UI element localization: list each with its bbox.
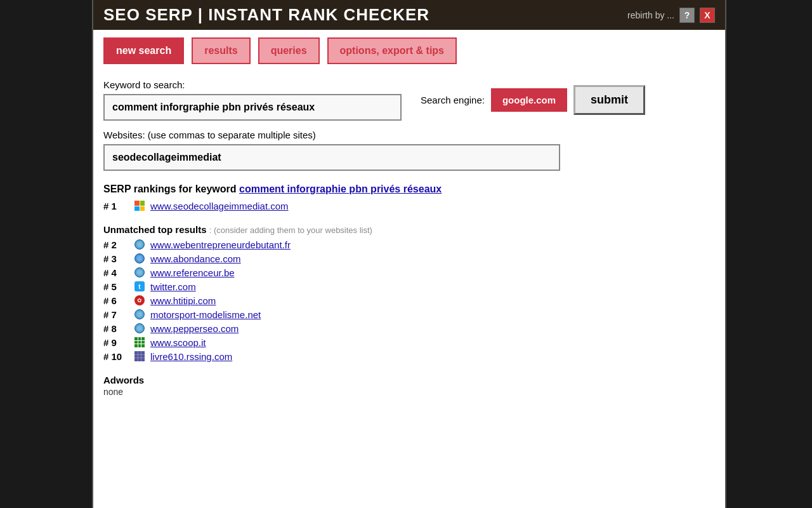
rank-num-10: # 10 [103, 351, 129, 362]
options-button[interactable]: options, export & tips [327, 37, 457, 64]
help-button[interactable]: ? [679, 8, 695, 23]
favicon-7 [134, 309, 145, 320]
favicon-1 [134, 200, 145, 211]
keyword-label: Keyword to search: [103, 79, 402, 90]
submit-button[interactable]: submit [573, 85, 645, 115]
rank-num-8: # 8 [103, 323, 129, 334]
unmatched-sub: : (consider adding them to your websites… [209, 225, 372, 235]
favicon-4 [134, 267, 145, 278]
unmatched-result-6: # 6 ✿ www.htitipi.com [103, 295, 715, 306]
close-button[interactable]: X [700, 8, 715, 23]
favicon-10 [134, 351, 145, 362]
rank-num-4: # 4 [103, 267, 129, 278]
unmatched-heading: Unmatched top results : (consider adding… [103, 224, 715, 235]
adwords-title: Adwords [103, 375, 715, 385]
unmatched-title: Unmatched top results [103, 224, 207, 235]
favicon-3 [134, 253, 145, 264]
unmatched-result-3: # 3 www.abondance.com [103, 253, 715, 264]
rank-link-1[interactable]: www.seodecollageimmediat.com [150, 201, 289, 211]
content-area: Keyword to search: Search engine: google… [93, 72, 725, 410]
unmatched-result-9: # 9 www.scoop.it [103, 337, 715, 348]
favicon-6: ✿ [134, 295, 145, 306]
rank-num-6: # 6 [103, 295, 129, 306]
rank-link-8[interactable]: www.pepperseo.com [150, 323, 239, 334]
rank-num-3: # 3 [103, 253, 129, 264]
rank-link-9[interactable]: www.scoop.it [150, 337, 206, 348]
rank-num-9: # 9 [103, 337, 129, 348]
app-title: SEO SERP | INSTANT RANK CHECKER [103, 5, 429, 25]
rank-link-2[interactable]: www.webentrepreneurdebutant.fr [150, 239, 291, 250]
queries-button[interactable]: queries [258, 37, 320, 64]
rank-link-6[interactable]: www.htitipi.com [150, 295, 216, 306]
main-window: SEO SERP | INSTANT RANK CHECKER rebirth … [92, 0, 726, 508]
rank-link-3[interactable]: www.abondance.com [150, 253, 241, 264]
search-engine-button[interactable]: google.com [491, 88, 567, 112]
serp-heading-bold: SERP rankings [103, 184, 179, 194]
unmatched-result-7: # 7 motorsport-modelisme.net [103, 309, 715, 320]
adwords-value: none [103, 387, 715, 397]
unmatched-result-2: # 2 www.webentrepreneurdebutant.fr [103, 239, 715, 250]
keyword-input[interactable] [103, 94, 402, 121]
rank-num-1: # 1 [103, 201, 129, 211]
app-header: SEO SERP | INSTANT RANK CHECKER rebirth … [93, 0, 725, 30]
matched-result-1: # 1 www.seodecollageimmediat.com [103, 200, 715, 211]
search-engine-wrap: Search engine: google.com submit [421, 85, 645, 115]
favicon-8 [134, 323, 145, 334]
rank-link-10[interactable]: livre610.rssing.com [150, 351, 232, 362]
rank-link-5[interactable]: twitter.com [150, 281, 196, 292]
header-controls: rebirth by ... ? X [627, 8, 715, 23]
toolbar: new search results queries options, expo… [93, 30, 725, 72]
unmatched-section: Unmatched top results : (consider adding… [103, 224, 715, 362]
favicon-5: t [134, 281, 145, 292]
search-engine-label: Search engine: [421, 95, 485, 105]
websites-wrap: Websites: (use commas to separate multip… [103, 130, 715, 171]
rebirth-label: rebirth by ... [627, 10, 674, 20]
unmatched-result-4: # 4 www.referenceur.be [103, 267, 715, 278]
rank-link-7[interactable]: motorsport-modelisme.net [150, 309, 261, 320]
serp-heading: SERP rankings for keyword comment inforg… [103, 184, 715, 195]
favicon-2 [134, 239, 145, 250]
new-search-button[interactable]: new search [103, 37, 184, 64]
keyword-row: Keyword to search: Search engine: google… [103, 79, 715, 121]
rank-num-2: # 2 [103, 239, 129, 250]
unmatched-result-8: # 8 www.pepperseo.com [103, 323, 715, 334]
unmatched-result-5: # 5 t twitter.com [103, 281, 715, 292]
outer-wrapper: SEO SERP | INSTANT RANK CHECKER rebirth … [0, 0, 812, 508]
adwords-section: Adwords none [103, 375, 715, 397]
keyword-input-wrap: Keyword to search: [103, 79, 402, 121]
websites-label: Websites: (use commas to separate multip… [103, 130, 715, 140]
serp-results-section: SERP rankings for keyword comment inforg… [103, 184, 715, 211]
rank-link-4[interactable]: www.referenceur.be [150, 267, 235, 278]
websites-input[interactable] [103, 144, 560, 171]
rank-num-7: # 7 [103, 309, 129, 320]
favicon-9 [134, 337, 145, 348]
rank-num-5: # 5 [103, 281, 129, 292]
serp-keyword-link[interactable]: comment inforgraphie pbn privés réseaux [239, 184, 442, 194]
unmatched-result-10: # 10 livre610.rssing.com [103, 351, 715, 362]
serp-heading-for: for keyword [179, 184, 237, 194]
results-button[interactable]: results [192, 37, 250, 64]
